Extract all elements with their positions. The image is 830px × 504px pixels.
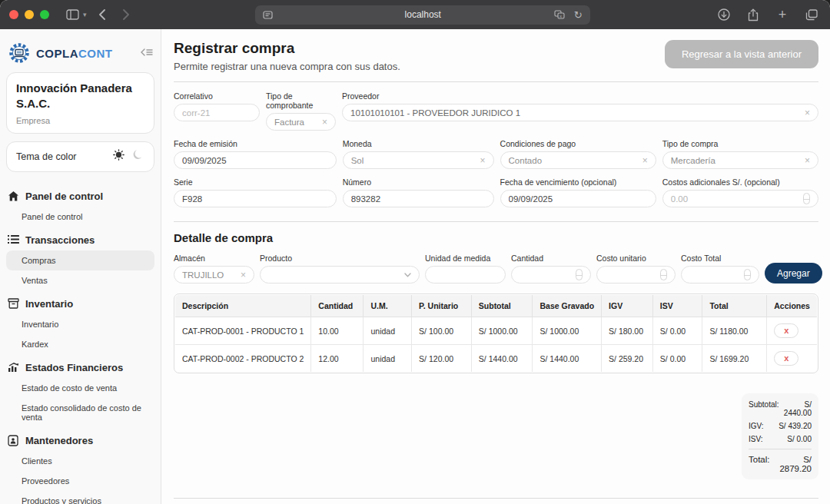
sidebar-item-ventas[interactable]: Ventas	[6, 270, 154, 290]
browser-window: ▾ localhost x ↻ +	[0, 0, 830, 504]
collapse-sidebar-icon[interactable]	[141, 46, 153, 60]
fecha-vencimiento-label: Fecha de vencimiento (opcional)	[500, 177, 656, 187]
numero-input[interactable]	[351, 194, 486, 204]
condiciones-pago-select[interactable]: Contado ×	[500, 151, 656, 169]
costo-total-field[interactable]	[681, 266, 759, 284]
cantidad-label: Cantidad	[511, 254, 591, 263]
costo-unitario-label: Costo unitario	[596, 254, 676, 263]
sidebar-item-panel-de-control[interactable]: Panel de control	[6, 207, 154, 227]
producto-select[interactable]	[260, 266, 420, 284]
serie-field[interactable]	[174, 190, 337, 207]
delete-row-button[interactable]: x	[774, 351, 798, 366]
browser-titlebar: ▾ localhost x ↻ +	[0, 0, 830, 29]
delete-row-button[interactable]: x	[774, 323, 798, 338]
table-row: CAT-PROD-0001 - PRODUCTO 1 10.00 unidad …	[175, 317, 818, 345]
fecha-emision-field[interactable]	[174, 151, 337, 169]
number-stepper-icon[interactable]	[576, 269, 583, 280]
tipo-compra-label: Tipo de compra	[662, 139, 818, 148]
page-subtitle: Permite registrar una nueva compra con s…	[174, 61, 400, 72]
col-igv: IGV	[602, 295, 653, 317]
sidebar-item-estado-costo-venta[interactable]: Estado de costo de venta	[6, 378, 154, 398]
fecha-vencimiento-field[interactable]	[500, 190, 656, 207]
fecha-vencimiento-input[interactable]	[509, 194, 648, 204]
clear-icon[interactable]: ×	[241, 270, 246, 280]
costo-unitario-input[interactable]	[605, 270, 656, 280]
downloads-icon[interactable]	[715, 5, 733, 24]
main-content: Registrar compra Permite registrar una n…	[161, 29, 830, 504]
back-icon[interactable]	[93, 5, 111, 24]
number-stepper-icon[interactable]	[660, 269, 667, 280]
nav-section-estados-financieros: Estados Financieros	[6, 354, 154, 378]
fecha-emision-input[interactable]	[182, 156, 328, 165]
address-bar[interactable]: localhost x ↻	[255, 5, 590, 25]
coplacont-logo-icon	[8, 41, 31, 65]
logo: COPLACONT	[6, 38, 154, 72]
col-um: U.M.	[364, 295, 412, 317]
url-text[interactable]: localhost	[255, 9, 590, 20]
unidad-medida-input[interactable]	[433, 270, 497, 280]
col-subtotal: Subtotal	[471, 295, 533, 317]
costo-total-input[interactable]	[689, 270, 739, 280]
tipo-comprobante-select[interactable]: Factura ×	[266, 113, 336, 131]
back-to-previous-view-button[interactable]: Regresar a la vista anterior	[665, 40, 818, 68]
cantidad-field[interactable]	[511, 266, 591, 284]
close-window-button[interactable]	[9, 10, 18, 19]
forward-icon	[118, 5, 136, 24]
minimize-window-button[interactable]	[25, 10, 34, 19]
chevron-down-icon[interactable]	[404, 273, 411, 277]
clear-icon[interactable]: ×	[805, 155, 810, 166]
moneda-select[interactable]: Sol ×	[343, 151, 494, 169]
logo-text: COPLACONT	[36, 47, 113, 60]
toggle-sidebar-icon[interactable]	[63, 5, 81, 24]
theme-card: Tema de color	[6, 141, 154, 172]
serie-input[interactable]	[182, 194, 328, 204]
light-theme-sun-icon[interactable]	[113, 149, 124, 164]
sidebar-item-compras[interactable]: Compras	[6, 250, 154, 270]
sidebar-item-inventario[interactable]: Inventario	[6, 314, 154, 334]
numero-field[interactable]	[343, 190, 494, 207]
col-acciones: Acciones	[767, 295, 818, 317]
correlativo-field[interactable]	[174, 104, 260, 121]
fecha-emision-label: Fecha de emisión	[174, 139, 337, 148]
sidebar-item-kardex[interactable]: Kardex	[6, 334, 154, 354]
correlativo-input[interactable]	[182, 108, 251, 118]
col-cantidad: Cantidad	[311, 295, 364, 317]
share-icon[interactable]	[744, 5, 762, 24]
number-stepper-icon[interactable]	[744, 269, 751, 280]
serie-label: Serie	[174, 177, 337, 187]
number-stepper-icon[interactable]	[803, 193, 810, 204]
costos-adicionales-field[interactable]	[662, 190, 818, 207]
sidebar-item-productos-servicios[interactable]: Productos y servicios	[6, 491, 154, 504]
inventory-box-icon	[8, 298, 19, 310]
proveedor-select[interactable]: 10101010101 - PROVEEDOR JURIDICO 1 ×	[342, 104, 818, 121]
clear-icon[interactable]: ×	[480, 155, 486, 166]
sidebar-nav: Panel de control Panel de control Transa…	[6, 180, 154, 504]
costo-unitario-field[interactable]	[596, 266, 676, 284]
clear-icon[interactable]: ×	[642, 155, 648, 166]
costos-adicionales-input[interactable]	[671, 194, 798, 204]
cantidad-input[interactable]	[520, 270, 571, 280]
proveedor-label: Proveedor	[342, 91, 818, 101]
new-tab-icon[interactable]: +	[773, 5, 792, 24]
sidebar: COPLACONT Innovación Panadera S.A.C. Emp…	[0, 29, 161, 504]
sidebar-item-proveedores[interactable]: Proveedores	[6, 471, 154, 491]
unidad-medida-field[interactable]	[425, 266, 506, 284]
clear-icon[interactable]: ×	[805, 108, 810, 118]
table-row: CAT-PROD-0002 - PRODUCTO 2 12.00 unidad …	[175, 345, 818, 373]
clear-icon[interactable]: ×	[322, 117, 327, 128]
almacen-select[interactable]: TRUJILLO ×	[174, 266, 254, 284]
isv-row: ISV:S/ 0.00	[749, 435, 812, 443]
sidebar-item-clientes[interactable]: Clientes	[6, 451, 154, 471]
dark-theme-moon-icon[interactable]	[132, 149, 144, 164]
sidebar-item-estado-consolidado[interactable]: Estado consolidado de costo de venta	[6, 398, 154, 427]
tab-overview-icon[interactable]	[802, 5, 821, 24]
detail-table: Descripción Cantidad U.M. P. Unitario Su…	[174, 293, 818, 373]
detail-section-title: Detalle de compra	[174, 231, 818, 244]
tipo-compra-select[interactable]: Mercadería ×	[662, 151, 818, 169]
translate-icon[interactable]: x	[553, 8, 566, 21]
sidebar-menu-chevron-icon[interactable]: ▾	[83, 11, 87, 18]
zoom-window-button[interactable]	[40, 10, 49, 19]
nav-section-transacciones: Transacciones	[6, 227, 154, 250]
add-item-button[interactable]: Agregar	[765, 263, 822, 284]
reload-icon[interactable]: ↻	[572, 8, 584, 21]
